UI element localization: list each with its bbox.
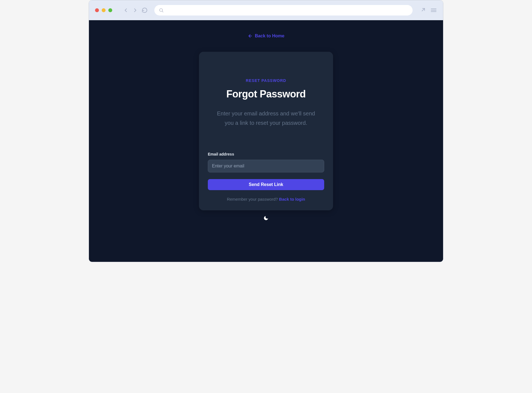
chrome-right-controls	[419, 7, 437, 14]
back-icon[interactable]	[123, 7, 129, 13]
window-maximize-button[interactable]	[108, 8, 112, 12]
page-title: Forgot Password	[208, 88, 324, 100]
svg-line-2	[422, 9, 424, 11]
window-minimize-button[interactable]	[102, 8, 106, 12]
section-badge: RESET PASSWORD	[208, 78, 324, 83]
window-close-button[interactable]	[95, 8, 99, 12]
viewport: Back to Home RESET PASSWORD Forgot Passw…	[89, 20, 443, 262]
email-field[interactable]	[208, 160, 324, 172]
browser-window: Back to Home RESET PASSWORD Forgot Passw…	[89, 0, 443, 262]
browser-chrome	[89, 0, 443, 20]
window-controls	[95, 8, 112, 12]
theme-toggle-button[interactable]	[263, 215, 269, 222]
page-content: Back to Home RESET PASSWORD Forgot Passw…	[89, 20, 443, 222]
nav-controls	[123, 7, 148, 13]
footer-text: Remember your password? Back to login	[208, 197, 324, 201]
send-reset-link-button[interactable]: Send Reset Link	[208, 179, 324, 190]
forgot-password-card: RESET PASSWORD Forgot Password Enter you…	[199, 52, 333, 210]
reload-icon[interactable]	[142, 7, 148, 13]
back-to-login-link[interactable]: Back to login	[279, 197, 305, 201]
footer-prompt: Remember your password?	[227, 197, 279, 201]
expand-icon[interactable]	[419, 7, 425, 13]
svg-line-1	[162, 11, 163, 12]
search-icon	[159, 8, 164, 13]
email-label: Email address	[208, 152, 324, 156]
address-bar[interactable]	[154, 5, 413, 15]
arrow-left-icon	[248, 33, 253, 38]
back-to-home-label: Back to Home	[255, 33, 285, 38]
forward-icon[interactable]	[132, 7, 138, 13]
page-subtitle: Enter your email address and we'll send …	[208, 109, 324, 128]
back-to-home-link[interactable]: Back to Home	[248, 33, 285, 38]
menu-icon[interactable]	[430, 7, 437, 14]
moon-icon	[263, 215, 269, 222]
